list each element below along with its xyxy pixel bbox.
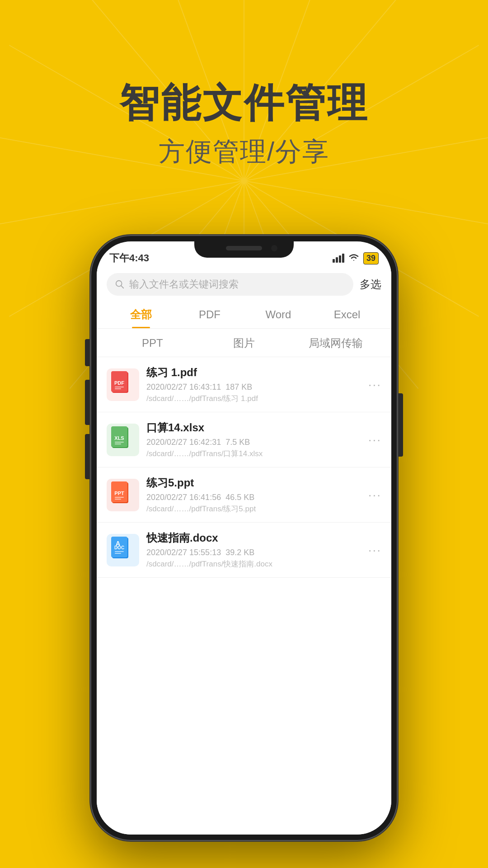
svg-rect-39 xyxy=(115,553,121,554)
svg-rect-9 xyxy=(333,259,335,263)
file-icon-pdf: PDF xyxy=(107,368,139,401)
file-more-ppt[interactable]: ··· xyxy=(368,488,381,502)
svg-rect-38 xyxy=(115,551,124,552)
file-meta-pdf: 2020/02/27 16:43:11 187 KB xyxy=(146,382,361,392)
tab-image[interactable]: 图片 xyxy=(198,329,290,357)
phone-btn-power xyxy=(399,393,403,457)
app-content: 输入文件名或关键词搜索 多选 全部 PDF Word Excel PPT 图片 … xyxy=(97,267,391,835)
phone-btn-volume-down xyxy=(85,434,89,479)
svg-line-15 xyxy=(121,286,123,288)
file-icon-docx: DOC A xyxy=(107,534,139,566)
file-item-xlsx[interactable]: XLS 口算14.xlsx 2020/02/27 16:42:31 7.5 KB… xyxy=(97,412,391,467)
battery-level: 39 xyxy=(363,252,379,264)
search-input-wrap[interactable]: 输入文件名或关键词搜索 xyxy=(107,273,353,296)
header-section: 智能文件管理 方便管理/分享 xyxy=(0,81,488,170)
tab-ppt[interactable]: PPT xyxy=(107,330,198,356)
file-list: PDF 练习 1.pdf 2020/02/27 16:43:11 187 KB … xyxy=(97,357,391,578)
svg-rect-21 xyxy=(115,388,121,389)
svg-text:PPT: PPT xyxy=(114,491,124,496)
file-name-docx: 快速指南.docx xyxy=(146,531,361,545)
svg-rect-10 xyxy=(336,257,338,263)
file-meta-docx: 2020/02/27 15:55:13 39.2 KB xyxy=(146,548,361,557)
search-bar-row: 输入文件名或关键词搜索 多选 xyxy=(97,267,391,300)
file-more-pdf[interactable]: ··· xyxy=(368,377,381,392)
file-icon-xlsx: XLS xyxy=(107,424,139,456)
svg-text:PDF: PDF xyxy=(114,380,124,386)
svg-rect-11 xyxy=(339,255,341,263)
tab-word[interactable]: Word xyxy=(244,301,313,327)
svg-rect-32 xyxy=(115,497,124,498)
file-item-ppt[interactable]: PPT 练习5.ppt 2020/02/27 16:41:56 46.5 KB … xyxy=(97,467,391,523)
phone-mockup: 下午4:43 HD 39 xyxy=(90,235,398,841)
wifi-icon xyxy=(348,254,360,263)
file-path-pdf: /sdcard/……/pdfTrans/练习 1.pdf xyxy=(146,393,361,404)
status-time: 下午4:43 xyxy=(109,243,149,265)
phone-screen: 下午4:43 HD 39 xyxy=(97,241,391,835)
file-path-ppt: /sdcard/……/pdfTrans/练习5.ppt xyxy=(146,504,361,514)
file-name-ppt: 练习5.ppt xyxy=(146,476,361,490)
file-name-pdf: 练习 1.pdf xyxy=(146,365,361,380)
svg-rect-26 xyxy=(115,442,124,443)
header-subtitle: 方便管理/分享 xyxy=(0,134,488,170)
tabs-row-1: 全部 PDF Word Excel xyxy=(97,300,391,329)
tab-lan[interactable]: 局域网传输 xyxy=(290,329,381,357)
svg-text:XLS: XLS xyxy=(114,435,124,441)
search-placeholder: 输入文件名或关键词搜索 xyxy=(129,278,239,291)
file-info-pdf: 练习 1.pdf 2020/02/27 16:43:11 187 KB /sdc… xyxy=(146,365,361,404)
file-meta-xlsx: 2020/02/27 16:42:31 7.5 KB xyxy=(146,438,361,447)
file-more-docx[interactable]: ··· xyxy=(368,543,381,557)
phone-notch xyxy=(194,241,294,258)
file-info-ppt: 练习5.ppt 2020/02/27 16:41:56 46.5 KB /sdc… xyxy=(146,476,361,514)
tabs-row-2: PPT 图片 局域网传输 xyxy=(97,329,391,357)
tab-excel[interactable]: Excel xyxy=(313,301,381,327)
file-info-xlsx: 口算14.xlsx 2020/02/27 16:42:31 7.5 KB /sd… xyxy=(146,420,361,459)
file-item-pdf[interactable]: PDF 练习 1.pdf 2020/02/27 16:43:11 187 KB … xyxy=(97,357,391,412)
phone-shell: 下午4:43 HD 39 xyxy=(90,235,398,841)
file-more-xlsx[interactable]: ··· xyxy=(368,433,381,447)
tab-all[interactable]: 全部 xyxy=(107,300,175,328)
file-meta-ppt: 2020/02/27 16:41:56 46.5 KB xyxy=(146,493,361,502)
signal-icon: HD xyxy=(333,254,344,263)
phone-btn-volume-silent xyxy=(85,339,89,366)
notch-speaker xyxy=(226,246,262,250)
header-title: 智能文件管理 xyxy=(0,81,488,125)
svg-rect-12 xyxy=(342,254,344,263)
multi-select-button[interactable]: 多选 xyxy=(360,277,381,292)
phone-btn-volume-up xyxy=(85,380,89,425)
svg-rect-27 xyxy=(115,443,121,444)
file-path-docx: /sdcard/……/pdfTrans/快速指南.docx xyxy=(146,559,361,569)
file-info-docx: 快速指南.docx 2020/02/27 15:55:13 39.2 KB /s… xyxy=(146,531,361,569)
file-icon-ppt: PPT xyxy=(107,479,139,511)
file-name-xlsx: 口算14.xlsx xyxy=(146,420,361,435)
status-icons: HD 39 xyxy=(333,244,379,264)
notch-camera xyxy=(271,245,277,251)
file-item-docx[interactable]: DOC A 快速指南.docx 2020/02/27 15:55:13 39.2… xyxy=(97,523,391,578)
file-path-xlsx: /sdcard/……/pdfTrans/口算14.xlsx xyxy=(146,448,361,459)
tab-pdf[interactable]: PDF xyxy=(175,301,244,327)
svg-rect-20 xyxy=(115,387,124,387)
svg-text:A: A xyxy=(116,540,120,547)
svg-rect-33 xyxy=(115,499,121,500)
search-icon xyxy=(115,279,125,289)
